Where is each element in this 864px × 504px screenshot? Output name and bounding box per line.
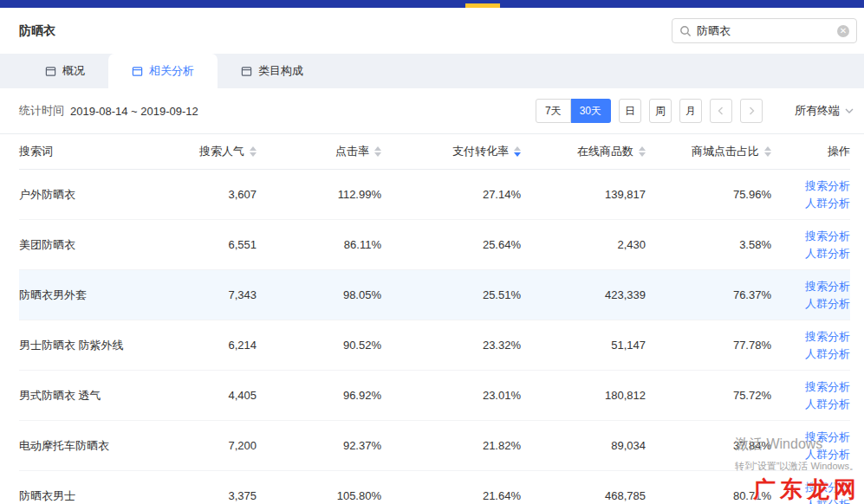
sort-icon-active[interactable] — [514, 146, 521, 157]
table-header: 搜索词 搜索人气 点击率 支付转化率 在线商品数 商城点击占比 — [19, 134, 850, 170]
mall-ratio-cell: 75.96% — [646, 188, 771, 201]
mall-ratio-cell: 37.84% — [646, 439, 771, 452]
granularity-day-button[interactable]: 日 — [619, 99, 641, 123]
conversion-cell: 23.32% — [381, 339, 521, 352]
actions-cell: 搜索分析 人群分析 — [771, 229, 850, 261]
crowd-analysis-link[interactable]: 人群分析 — [805, 497, 850, 504]
conversion-cell: 25.51% — [381, 288, 521, 301]
report-tab-icon — [45, 66, 56, 77]
active-nav-indicator — [465, 3, 500, 8]
products-cell: 51,147 — [521, 339, 646, 352]
search-box[interactable]: ✕ — [672, 18, 857, 43]
report-tab-icon — [241, 66, 252, 77]
actions-cell: 搜索分析 人群分析 — [771, 279, 850, 311]
crowd-analysis-link[interactable]: 人群分析 — [805, 346, 850, 361]
top-navbar — [0, 0, 864, 8]
table-row: 男式防晒衣 透气 4,405 96.92% 23.01% 180,812 75.… — [19, 371, 850, 421]
ctr-cell: 90.52% — [257, 339, 381, 352]
products-cell: 89,034 — [521, 439, 646, 452]
mall-ratio-cell: 76.37% — [646, 288, 771, 301]
search-icon — [679, 25, 692, 37]
ctr-cell: 96.92% — [257, 389, 381, 402]
clear-search-icon[interactable]: ✕ — [837, 25, 849, 37]
tab-related-analysis[interactable]: 相关分析 — [108, 54, 218, 88]
crowd-analysis-link[interactable]: 人群分析 — [805, 196, 850, 210]
ctr-cell: 112.99% — [257, 188, 381, 201]
terminal-dropdown[interactable]: 所有终端 — [795, 103, 854, 119]
tab-label: 相关分析 — [149, 63, 194, 79]
mall-ratio-cell: 75.72% — [646, 389, 771, 402]
search-analysis-link[interactable]: 搜索分析 — [805, 178, 850, 193]
page-title: 防晒衣 — [19, 23, 55, 39]
report-tab-icon — [132, 66, 143, 77]
actions-cell: 搜索分析 人群分析 — [771, 178, 850, 210]
products-cell: 423,339 — [521, 288, 646, 301]
popularity-cell: 7,343 — [166, 288, 257, 301]
sort-icon[interactable] — [639, 146, 646, 157]
mall-ratio-cell: 80.71% — [646, 489, 771, 502]
table-row: 电动摩托车防晒衣 7,200 92.37% 21.82% 89,034 37.8… — [19, 421, 850, 471]
table-row: 防晒衣男士 3,375 105.80% 21.64% 468,785 80.71… — [19, 471, 850, 504]
search-input[interactable] — [697, 24, 832, 37]
crowd-analysis-link[interactable]: 人群分析 — [805, 246, 850, 261]
keyword-cell: 户外防晒衣 — [19, 187, 166, 203]
keyword-cell: 男士防晒衣 防紫外线 — [19, 338, 166, 353]
granularity-month-button[interactable]: 月 — [679, 99, 702, 123]
crowd-analysis-link[interactable]: 人群分析 — [805, 296, 850, 311]
date-range: 2019-08-14 ~ 2019-09-12 — [70, 105, 198, 118]
conversion-cell: 27.14% — [381, 188, 521, 201]
popularity-cell: 6,214 — [166, 339, 257, 352]
actions-cell: 搜索分析 人群分析 — [771, 430, 850, 462]
column-header-conversion[interactable]: 支付转化率 — [381, 144, 521, 159]
sort-icon[interactable] — [764, 146, 771, 157]
search-analysis-link[interactable]: 搜索分析 — [805, 229, 850, 243]
stat-time: 统计时间 2019-08-14 ~ 2019-09-12 — [19, 103, 198, 119]
sort-icon[interactable] — [374, 146, 381, 157]
ctr-cell: 105.80% — [257, 489, 381, 502]
crowd-analysis-link[interactable]: 人群分析 — [805, 397, 850, 411]
column-header-mall-ratio[interactable]: 商城点击占比 — [646, 144, 771, 159]
popularity-cell: 6,551 — [166, 238, 257, 251]
search-analysis-link[interactable]: 搜索分析 — [805, 430, 850, 444]
range-7d-button[interactable]: 7天 — [536, 99, 571, 123]
ctr-cell: 98.05% — [257, 288, 381, 301]
granularity-week-button[interactable]: 周 — [649, 99, 672, 123]
search-analysis-link[interactable]: 搜索分析 — [805, 379, 850, 394]
table-row: 防晒衣男外套 7,343 98.05% 25.51% 423,339 76.37… — [19, 270, 850, 320]
popularity-cell: 4,405 — [166, 389, 257, 402]
keyword-cell: 男式防晒衣 透气 — [19, 388, 166, 404]
tab-overview[interactable]: 概况 — [22, 54, 108, 88]
filter-bar: 统计时间 2019-08-14 ~ 2019-09-12 7天 30天 日 周 … — [0, 88, 864, 134]
popularity-cell: 3,607 — [166, 188, 257, 201]
products-cell: 2,430 — [521, 238, 646, 251]
search-analysis-link[interactable]: 搜索分析 — [805, 279, 850, 294]
search-analysis-link[interactable]: 搜索分析 — [805, 329, 850, 344]
tab-bar: 概况 相关分析 类目构成 — [0, 54, 864, 88]
column-header-popularity[interactable]: 搜索人气 — [166, 144, 257, 159]
actions-cell: 搜索分析 人群分析 — [771, 329, 850, 361]
prev-period-button[interactable] — [710, 99, 732, 123]
column-header-keyword: 搜索词 — [19, 144, 166, 159]
column-header-products[interactable]: 在线商品数 — [521, 144, 646, 159]
keyword-cell: 防晒衣男士 — [19, 488, 166, 504]
conversion-cell: 21.64% — [381, 489, 521, 502]
sort-icon[interactable] — [250, 146, 257, 157]
keyword-table: 搜索词 搜索人气 点击率 支付转化率 在线商品数 商城点击占比 — [0, 134, 864, 504]
conversion-cell: 25.64% — [381, 238, 521, 251]
stat-time-label: 统计时间 — [19, 103, 64, 119]
filter-controls: 7天 30天 日 周 月 所有终端 — [536, 99, 854, 123]
search-analysis-link[interactable]: 搜索分析 — [805, 480, 850, 494]
terminal-label: 所有终端 — [795, 103, 840, 119]
column-header-actions: 操作 — [771, 144, 850, 159]
conversion-cell: 21.82% — [381, 439, 521, 452]
products-cell: 468,785 — [521, 489, 646, 502]
crowd-analysis-link[interactable]: 人群分析 — [805, 447, 850, 462]
table-row: 男士防晒衣 防紫外线 6,214 90.52% 23.32% 51,147 77… — [19, 320, 850, 371]
column-header-ctr[interactable]: 点击率 — [257, 144, 381, 159]
popularity-cell: 7,200 — [166, 439, 257, 452]
next-period-button[interactable] — [740, 99, 763, 123]
range-30d-button[interactable]: 30天 — [571, 99, 611, 123]
tab-label: 类目构成 — [258, 63, 303, 79]
tab-category-composition[interactable]: 类目构成 — [218, 54, 327, 88]
actions-cell: 搜索分析 人群分析 — [771, 480, 850, 504]
